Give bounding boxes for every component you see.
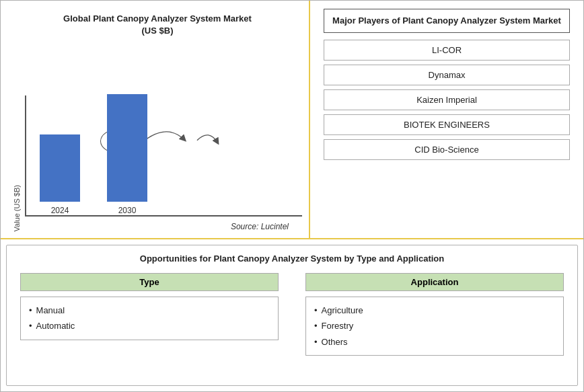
bar-group-2024: 2024 bbox=[40, 134, 80, 215]
bars-container: 2024 4.5% 2030 bbox=[25, 95, 302, 217]
source-text: Source: Lucintel bbox=[25, 222, 302, 231]
application-header: Application bbox=[305, 273, 564, 291]
bar-2024 bbox=[40, 134, 80, 202]
bar-2030 bbox=[107, 94, 147, 202]
type-manual: • Manual bbox=[29, 303, 270, 318]
bottom-section: Opportunities for Plant Canopy Analyzer … bbox=[6, 245, 578, 386]
top-section: Global Plant Canopy Analyzer System Mark… bbox=[1, 1, 583, 239]
app-forestry: • Forestry bbox=[314, 318, 555, 334]
player-kaizen: Kaizen Imperial bbox=[324, 89, 570, 110]
type-column: Type • Manual • Automatic bbox=[20, 273, 279, 356]
player-dynamax: Dynamax bbox=[324, 65, 570, 85]
chart-area: Global Plant Canopy Analyzer System Mark… bbox=[1, 1, 310, 238]
players-title: Major Players of Plant Canopy Analyzer S… bbox=[324, 9, 570, 33]
application-content: • Agriculture • Forestry • Others bbox=[305, 297, 564, 356]
bar-group-2030: 2030 bbox=[107, 94, 147, 215]
app-others: • Others bbox=[314, 334, 555, 350]
type-automatic: • Automatic bbox=[29, 318, 270, 334]
player-licor: LI-COR bbox=[324, 40, 570, 61]
type-header: Type bbox=[20, 273, 279, 291]
opportunities-title: Opportunities for Plant Canopy Analyzer … bbox=[20, 253, 564, 264]
chart-body: 2024 4.5% 2030 Source: Lucintel bbox=[25, 95, 302, 231]
type-content: • Manual • Automatic bbox=[20, 297, 279, 340]
chart-title: Global Plant Canopy Analyzer System Mark… bbox=[13, 13, 302, 37]
bottom-cols: Type • Manual • Automatic Application bbox=[20, 273, 564, 356]
bar-label-2024: 2024 bbox=[51, 206, 69, 215]
main-container: Global Plant Canopy Analyzer System Mark… bbox=[0, 0, 584, 392]
chart-inner: Value (US $B) bbox=[13, 44, 302, 231]
player-cid: CID Bio-Science bbox=[324, 139, 570, 160]
app-agriculture: • Agriculture bbox=[314, 303, 555, 318]
players-area: Major Players of Plant Canopy Analyzer S… bbox=[310, 1, 583, 238]
player-biotek: BIOTEK ENGINEERS bbox=[324, 114, 570, 135]
y-axis-label: Value (US $B) bbox=[13, 185, 21, 232]
application-column: Application • Agriculture • Forestry • O… bbox=[305, 273, 564, 356]
bar-label-2030: 2030 bbox=[118, 206, 137, 215]
